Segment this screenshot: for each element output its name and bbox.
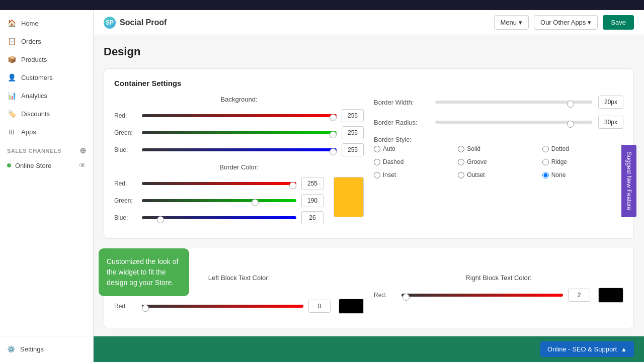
add-channel-icon[interactable]: ⊕ xyxy=(79,146,87,155)
bg-green-slider[interactable] xyxy=(142,131,337,134)
border-radius-slider[interactable] xyxy=(435,121,592,124)
rt-red-value: 2 xyxy=(568,289,590,302)
save-button[interactable]: Save xyxy=(603,15,634,30)
sidebar-item-products[interactable]: 📦 Products xyxy=(0,50,93,68)
menu-button[interactable]: Menu ▾ xyxy=(494,15,529,30)
background-label: Background: xyxy=(114,96,364,103)
border-width-value: 20px xyxy=(598,96,623,109)
sidebar-nav: 🏠 Home 📋 Orders 📦 Products 👤 Customers 📊… xyxy=(0,14,93,336)
sidebar-item-online-store[interactable]: Online Store 👁 xyxy=(0,157,93,173)
sidebar-item-products-label: Products xyxy=(21,56,47,63)
sidebar-item-discounts-label: Discounts xyxy=(21,110,50,118)
other-apps-button[interactable]: Our Other Apps ▾ xyxy=(534,15,598,30)
top-bar xyxy=(0,0,644,10)
left-color-preview xyxy=(339,299,364,314)
bg-red-slider[interactable] xyxy=(142,114,337,117)
radio-dashed: Dashed xyxy=(374,158,455,165)
border-style-grid: Auto Solid Dotted xyxy=(374,145,623,182)
border-color-label: Border Color: xyxy=(114,163,364,171)
radio-solid: Solid xyxy=(458,145,539,152)
bg-red-value: 255 xyxy=(342,109,364,122)
border-width-row: Border Width: 20px xyxy=(374,96,623,109)
sidebar-item-customers-label: Customers xyxy=(21,74,53,81)
radio-groove-input[interactable] xyxy=(458,159,464,165)
radio-auto-label: Auto xyxy=(383,145,395,152)
sidebar-item-analytics-label: Analytics xyxy=(21,92,47,100)
radio-groove: Groove xyxy=(458,158,539,165)
menu-chevron-icon: ▾ xyxy=(519,19,522,26)
border-style-section: Border Style: Auto Solid xyxy=(374,136,623,182)
bc-red-slider[interactable] xyxy=(142,182,296,185)
bg-blue-value: 255 xyxy=(342,143,364,156)
main-content: SP Social Proof Menu ▾ Our Other Apps ▾ … xyxy=(94,10,644,362)
bc-blue-slider[interactable] xyxy=(142,216,296,219)
radio-dotted-input[interactable] xyxy=(542,146,549,152)
bc-red-value: 255 xyxy=(301,177,324,190)
bg-blue-label: Blue: xyxy=(114,146,137,153)
radio-inset-input[interactable] xyxy=(374,172,380,178)
radio-solid-input[interactable] xyxy=(458,146,464,152)
content-area: Design Container Settings Background: Re… xyxy=(94,35,644,336)
radio-none-input[interactable] xyxy=(542,172,549,178)
right-block-settings: Right Block Text Color: Red: 2 xyxy=(374,274,623,318)
radio-dashed-input[interactable] xyxy=(374,159,380,165)
lt-red-slider[interactable] xyxy=(142,305,303,308)
bg-blue-slider[interactable] xyxy=(142,148,337,151)
text-settings-grid: Left Block Text Color: Message preview ▾… xyxy=(114,274,623,318)
app-header-right: Menu ▾ Our Other Apps ▾ Save xyxy=(494,15,634,30)
home-icon: 🏠 xyxy=(7,19,16,28)
products-icon: 📦 xyxy=(7,55,16,64)
sidebar-item-settings[interactable]: ⚙️ Settings xyxy=(7,341,86,357)
lt-red-row: Red: 0 xyxy=(114,299,364,314)
analytics-icon: 📊 xyxy=(7,91,16,100)
sales-channels-header: SALES CHANNELS ⊕ xyxy=(0,141,93,157)
customers-icon: 👤 xyxy=(7,73,16,82)
app-header: SP Social Proof Menu ▾ Our Other Apps ▾ … xyxy=(94,10,644,35)
radio-auto-input[interactable] xyxy=(374,146,380,152)
sidebar-item-orders-label: Orders xyxy=(21,38,41,45)
online-store-label: Online Store xyxy=(15,162,51,169)
bc-blue-value: 26 xyxy=(301,211,324,224)
rt-red-slider[interactable] xyxy=(401,294,563,297)
container-settings-card: Container Settings Background: Red: 255 xyxy=(104,68,634,239)
page-title: Design xyxy=(104,45,634,58)
rt-red-row: Red: 2 xyxy=(374,288,623,303)
right-color-preview xyxy=(598,288,623,303)
sidebar-item-home[interactable]: 🏠 Home xyxy=(0,14,93,32)
bc-green-slider[interactable] xyxy=(142,199,296,202)
right-block-label: Right Block Text Color: xyxy=(374,274,623,282)
bg-green-label: Green: xyxy=(114,129,137,136)
bg-red-label: Red: xyxy=(114,112,137,119)
bg-blue-row: Blue: 255 xyxy=(114,143,364,156)
orders-icon: 📋 xyxy=(7,37,16,46)
sidebar-item-analytics[interactable]: 📊 Analytics xyxy=(0,86,93,105)
radio-groove-label: Groove xyxy=(467,158,487,165)
sidebar-item-customers[interactable]: 👤 Customers xyxy=(0,68,93,86)
radio-dotted: Dotted xyxy=(542,145,623,152)
bottom-bar-text: Online - SEO & Support xyxy=(547,345,617,353)
suggest-feature-tab[interactable]: Suggest New Feature xyxy=(621,145,636,217)
eye-icon[interactable]: 👁 xyxy=(79,161,86,169)
sidebar-item-home-label: Home xyxy=(21,20,39,27)
other-apps-chevron-icon: ▾ xyxy=(588,19,591,26)
border-radius-row: Border Radius: 30px xyxy=(374,116,623,129)
radio-ridge-input[interactable] xyxy=(542,159,549,165)
radio-auto: Auto xyxy=(374,145,455,152)
sidebar-footer: ⚙️ Settings xyxy=(0,336,93,362)
bg-red-row: Red: 255 xyxy=(114,109,364,122)
sidebar-item-orders[interactable]: 📋 Orders xyxy=(0,32,93,50)
border-style-label: Border Style: xyxy=(374,136,412,143)
sales-channels-label: SALES CHANNELS xyxy=(7,148,61,154)
bottom-bar: Online - SEO & Support ▲ xyxy=(94,336,644,362)
bottom-bar-button[interactable]: Online - SEO & Support ▲ xyxy=(540,341,634,357)
bc-green-row: Green: 190 xyxy=(114,194,324,207)
sidebar-item-discounts[interactable]: 🏷️ Discounts xyxy=(0,105,93,123)
bottom-bar-arrow-icon: ▲ xyxy=(621,346,627,353)
border-color-preview xyxy=(334,177,364,217)
sidebar-item-apps[interactable]: ⊞ Apps xyxy=(0,123,93,141)
border-radius-value: 30px xyxy=(598,116,623,129)
radio-outset-input[interactable] xyxy=(458,172,464,178)
border-width-slider[interactable] xyxy=(435,101,592,104)
online-store-left: Online Store xyxy=(7,162,51,169)
bc-red-label: Red: xyxy=(114,180,137,187)
